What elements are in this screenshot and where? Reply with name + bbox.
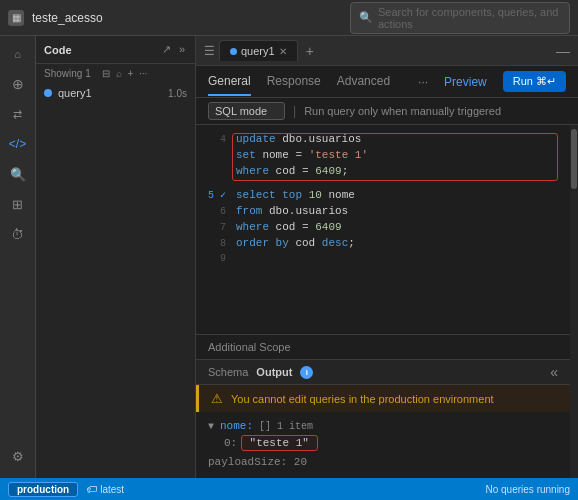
result-value-box: "teste 1" xyxy=(241,435,318,451)
add-query-icon[interactable]: + xyxy=(127,68,133,79)
search-placeholder: Search for components, queries, and acti… xyxy=(378,6,561,30)
payload-line: payloadSize: 20 xyxy=(208,454,558,470)
add-tab-icon[interactable]: + xyxy=(302,43,318,59)
search-left-icon[interactable]: 🔍 xyxy=(4,160,32,188)
app-title: teste_acesso xyxy=(32,11,342,25)
no-queries-status: No queries running xyxy=(486,484,571,495)
branch-badge: 🏷 latest xyxy=(86,483,124,495)
left-panel: Code ↗ » Showing 1 ⊟ ⌕ + ··· query1 1.0s xyxy=(36,36,196,478)
code-line-6: where cod = 6409; xyxy=(196,165,570,181)
query-status-dot xyxy=(44,89,52,97)
code-icon[interactable]: </> xyxy=(4,130,32,158)
code-line-8: 6 from dbo.usuarios xyxy=(196,205,570,221)
nav-more-icon[interactable]: ··· xyxy=(418,75,428,89)
showing-count: Showing 1 ⊟ ⌕ + ··· xyxy=(36,64,195,83)
output-panel: ⚠ You cannot edit queries in the product… xyxy=(196,385,570,478)
database-icon[interactable]: ⊞ xyxy=(4,190,32,218)
left-panel-header: Code ↗ » xyxy=(36,36,195,64)
tab-bar: ☰ query1 ✕ + — xyxy=(196,36,578,66)
query-time: 1.0s xyxy=(168,88,187,99)
warning-bar: ⚠ You cannot edit queries in the product… xyxy=(196,385,570,412)
nav-icon[interactable]: ⇄ xyxy=(4,100,32,128)
run-label: Run ⌘↵ xyxy=(513,75,556,88)
environment-badge[interactable]: production xyxy=(8,482,78,497)
preview-button[interactable]: Preview xyxy=(444,75,487,89)
schema-output-bar: Schema Output i « xyxy=(196,359,570,385)
branch-label: latest xyxy=(100,484,124,495)
nav-advanced[interactable]: Advanced xyxy=(337,68,390,96)
chevron-down-icon: ▼ xyxy=(208,421,214,432)
sql-toolbar: SQL mode | Run query only when manually … xyxy=(196,98,578,125)
collapse-panel-icon[interactable]: » xyxy=(177,42,187,57)
code-line-9: 7 where cod = 6409 xyxy=(196,221,570,237)
code-editor[interactable]: 4 update dbo.usuarios set nome = 'teste … xyxy=(196,125,570,334)
tab-status-dot xyxy=(230,48,237,55)
showing-label: Showing 1 xyxy=(44,68,91,79)
nav-general[interactable]: General xyxy=(208,68,251,96)
warning-text: You cannot edit queries in the productio… xyxy=(231,393,494,405)
plus-circle-icon[interactable]: ⊕ xyxy=(4,70,32,98)
query-item[interactable]: query1 1.0s xyxy=(36,83,195,103)
more-icon[interactable]: ··· xyxy=(139,68,147,79)
right-panel: ☰ query1 ✕ + — General Response Advanced… xyxy=(196,36,578,478)
nome-meta: [] 1 item xyxy=(259,421,313,432)
filter-icon[interactable]: ⊟ xyxy=(102,68,110,79)
code-line-11: 9 xyxy=(196,253,570,269)
clock-icon[interactable]: ⏱ xyxy=(4,220,32,248)
query-tab[interactable]: query1 ✕ xyxy=(219,40,298,61)
top-bar: ▦ teste_acesso 🔍 Search for components, … xyxy=(0,0,578,36)
code-action-icon[interactable]: ↗ xyxy=(160,42,173,57)
tab-label: query1 xyxy=(241,45,275,57)
scrollbar-thumb[interactable] xyxy=(571,129,577,189)
hamburger-icon[interactable]: ☰ xyxy=(204,44,215,58)
highlighted-region: 4 update dbo.usuarios set nome = 'teste … xyxy=(196,133,570,181)
result-item-0: 0: "teste 1" xyxy=(224,435,558,451)
tab-close-icon[interactable]: ✕ xyxy=(279,46,287,57)
query-name: query1 xyxy=(58,87,162,99)
minimize-icon[interactable]: — xyxy=(556,43,570,59)
scroll-area: 4 update dbo.usuarios set nome = 'teste … xyxy=(196,125,578,478)
main-layout: ⌂ ⊕ ⇄ </> 🔍 ⊞ ⏱ ⚙ Code ↗ » Showing 1 ⊟ ⌕… xyxy=(0,36,578,478)
output-info-icon: i xyxy=(300,366,313,379)
nav-response[interactable]: Response xyxy=(267,68,321,96)
result-value: "teste 1" xyxy=(250,437,309,449)
search-icon-left[interactable]: ⌕ xyxy=(116,68,122,79)
scrollbar-track[interactable] xyxy=(570,125,578,478)
left-panel-actions: ↗ » xyxy=(160,42,187,57)
nome-label: nome: xyxy=(220,420,253,432)
settings-icon[interactable]: ⚙ xyxy=(4,442,32,470)
nome-field[interactable]: ▼ nome: [] 1 item xyxy=(208,420,558,432)
run-condition-label: Run query only when manually triggered xyxy=(304,105,501,117)
warning-icon: ⚠ xyxy=(211,391,223,406)
code-line-10: 8 order by cod desc; xyxy=(196,237,570,253)
app-icon: ▦ xyxy=(8,10,24,26)
code-line-7: 5 ✓ select top 10 nome xyxy=(196,189,570,205)
query-nav: General Response Advanced ··· Preview Ru… xyxy=(196,66,578,98)
left-panel-title: Code xyxy=(44,44,72,56)
toolbar-separator: | xyxy=(293,104,296,118)
output-data: ▼ nome: [] 1 item 0: "teste 1" payloadSi… xyxy=(196,412,570,478)
tag-icon: 🏷 xyxy=(86,483,97,495)
icon-bar: ⌂ ⊕ ⇄ </> 🔍 ⊞ ⏱ ⚙ xyxy=(0,36,36,478)
additional-scope-label: Additional Scope xyxy=(208,341,291,353)
code-line-4: 4 update dbo.usuarios xyxy=(196,133,570,149)
search-icon: 🔍 xyxy=(359,11,373,24)
additional-scope: Additional Scope xyxy=(196,334,570,359)
output-tab[interactable]: Output xyxy=(256,366,292,378)
result-index: 0: xyxy=(224,437,237,449)
schema-collapse-icon[interactable]: « xyxy=(550,364,558,380)
search-bar[interactable]: 🔍 Search for components, queries, and ac… xyxy=(350,2,570,34)
schema-tab[interactable]: Schema xyxy=(208,366,248,378)
payload-label: payloadSize: xyxy=(208,456,287,468)
home-icon[interactable]: ⌂ xyxy=(4,40,32,68)
sql-mode-select[interactable]: SQL mode xyxy=(208,102,285,120)
code-line-5: set nome = 'teste 1' xyxy=(196,149,570,165)
payload-value: 20 xyxy=(294,456,307,468)
run-button[interactable]: Run ⌘↵ xyxy=(503,71,566,92)
bottom-bar: production 🏷 latest No queries running xyxy=(0,478,578,500)
spacer xyxy=(196,181,570,189)
